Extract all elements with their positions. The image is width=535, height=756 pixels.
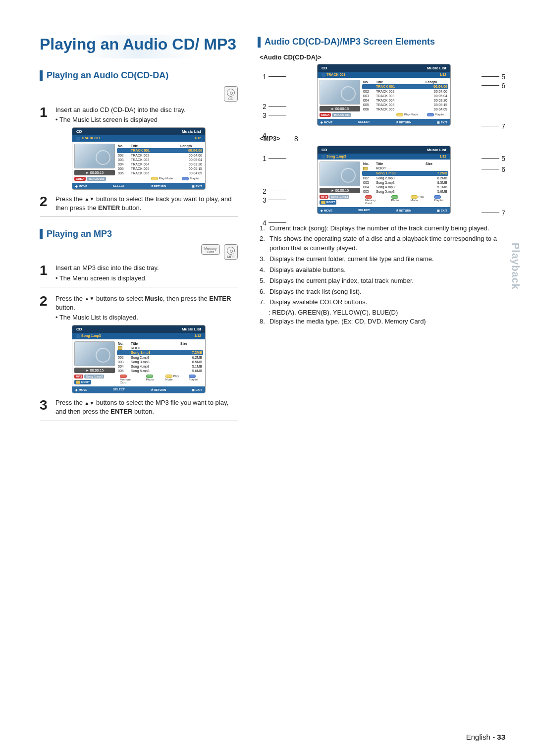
list-item[interactable]: 003TRACK 00300:05:04 (118, 158, 202, 162)
panel-header-right: Music List (182, 327, 201, 331)
music-list-panel-cd: CD Music List TRACK 001 1/12 ► 00:00:15 … (72, 127, 206, 189)
panel-header-right: Music List (182, 129, 201, 134)
play-time: ► 00:00:15 (74, 170, 115, 175)
step-text: Press the ▲▼ buttons to select Music, th… (55, 294, 238, 312)
step-number: 3 (40, 398, 51, 416)
foot-return: ↺ RETURN (151, 184, 166, 188)
step-number: 1 (40, 106, 51, 124)
type-tag: CDDA (74, 177, 86, 181)
type-tag: MP3 (74, 375, 83, 378)
section-heading-cdda: Playing an Audio CD(CD-DA) (40, 70, 238, 81)
list-item[interactable]: 002TRACK 00200:04:06 (118, 153, 202, 158)
foot-move: ◆ MOVE (75, 184, 87, 188)
annotated-panel-mp3: 1 2 3 4 5 6 7 CDMusic List Song 1.mp31/1… (258, 146, 510, 214)
step-text: Press the ▲▼ buttons to select the MP3 f… (55, 398, 238, 416)
divider (40, 216, 238, 217)
disc-icon: MP3 (224, 244, 238, 260)
list-item[interactable]: 005TRACK 00500:05:15 (118, 166, 202, 171)
panel-header-left: CD (76, 327, 82, 331)
note-icon (76, 137, 80, 141)
list-item[interactable]: TRACK 00100:04:06 (117, 148, 203, 153)
subheading-audio-cd: <Audio CD(CD-DA)> (260, 54, 510, 61)
disc-icon: CD (224, 86, 238, 102)
step-number: 2 (40, 195, 51, 213)
anno-num: 4 (263, 131, 267, 139)
anno-num: 1 (263, 73, 267, 81)
list-item[interactable]: 003Song 3.mp38.5MB (118, 360, 202, 364)
list-item[interactable]: Song 1.mp37.2MB (117, 350, 203, 355)
root-tag: ROOT (74, 380, 91, 384)
list-item[interactable]: 004TRACK 00400:03:20 (118, 162, 202, 166)
play-time: ► 00:00:15 (74, 368, 115, 373)
step-text: Insert an audio CD (CD-DA) into the disc… (55, 106, 186, 114)
side-tab: Playback (510, 243, 521, 290)
section-heading-elements: Audio CD(CD-DA)/MP3 Screen Elements (258, 37, 510, 48)
list-item[interactable]: 002Song 2.mp36.2MB (118, 355, 202, 360)
anno-num: 6 (501, 82, 505, 90)
step-text: Insert an MP3 disc into the disc tray. (55, 264, 159, 272)
foot-select: SELECT (113, 184, 125, 188)
page-title: Playing an Audio CD/ MP3 (40, 35, 238, 58)
album-thumb (74, 144, 115, 168)
step-sub: • The Music List screen is displayed (55, 115, 186, 124)
list-item[interactable]: 005Song 5.mp35.6MB (118, 369, 202, 373)
page-footer: English - 33 (466, 733, 505, 741)
description-sub: : RED(A), GREEN(B), YELLOW(C), BLUE(D) (258, 309, 510, 316)
section-heading-mp3: Playing an MP3 (40, 229, 238, 240)
list-item[interactable]: ROOT (118, 346, 202, 351)
step-text: Press the ▲▼ buttons to select the track… (55, 195, 238, 213)
anno-num: 5 (501, 73, 505, 81)
subheading-mp3: <MP3> 8 (260, 135, 510, 143)
annotated-panel-cd: 1 2 3 4 5 6 7 CDMusic List TRACK 0011/12… (258, 64, 510, 126)
step-number: 1 (40, 264, 51, 282)
anno-num: 2 (263, 103, 267, 110)
element-descriptions: 1.Current track (song): Displays the num… (258, 224, 510, 308)
step-sub: • The Menu screen is displayed. (55, 274, 159, 283)
memory-card-icon: Memory Card (201, 244, 219, 255)
list-item[interactable]: 006TRACK 00600:04:09 (118, 171, 202, 175)
album-thumb (74, 341, 115, 366)
list-item[interactable]: 004Song 4.mp35.1MB (118, 364, 202, 369)
anno-num: 8 (294, 135, 298, 143)
anno-num: 7 (501, 122, 505, 130)
track-tag: TRACK 001 (87, 177, 106, 181)
panel-header-left: CD (76, 129, 82, 134)
music-list-panel-mp3: CD Music List Song 1.mp3 1/12 ► 00:00:15… (72, 325, 206, 393)
anno-num: 3 (263, 111, 267, 119)
track-tag: Song 1.mp3 (84, 375, 104, 378)
step-sub: • The Music List is displayed. (55, 313, 238, 322)
foot-exit: ▣ EXIT (192, 184, 202, 188)
step-number: 2 (40, 294, 51, 323)
